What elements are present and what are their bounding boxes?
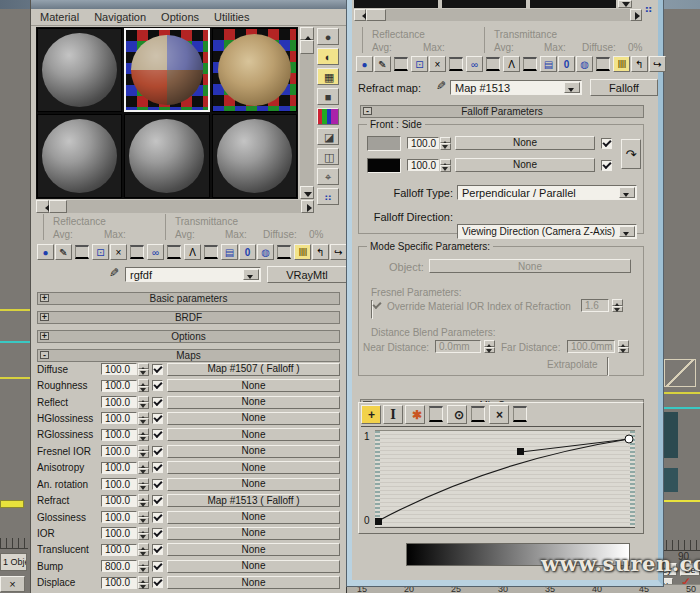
menu-material[interactable]: Material	[40, 9, 79, 25]
map-amount-field[interactable]: 100.0	[101, 412, 137, 424]
map-button[interactable]: None	[167, 560, 340, 573]
video-color-check-icon[interactable]	[317, 108, 339, 125]
map-amount-field[interactable]: 100.0	[101, 363, 137, 375]
menu-navigation[interactable]: Navigation	[94, 9, 146, 25]
amount-spinner[interactable]	[138, 576, 149, 589]
chevron-down-icon[interactable]	[619, 187, 635, 198]
rollout-header[interactable]: + BRDF	[37, 311, 340, 324]
add-point-icon[interactable]: ✱	[405, 405, 425, 424]
amount-spinner[interactable]	[138, 428, 149, 441]
map-enable-checkbox[interactable]	[152, 462, 163, 473]
map-enable-checkbox[interactable]	[152, 495, 163, 506]
map-enable-checkbox[interactable]	[152, 577, 163, 588]
scroll-left-button[interactable]	[354, 9, 366, 21]
map-enable-checkbox[interactable]	[152, 380, 163, 391]
close-button[interactable]: ×	[0, 576, 25, 592]
front-amount-field[interactable]: 100.0	[407, 137, 439, 149]
amount-spinner[interactable]	[138, 445, 149, 458]
swap-colors-button[interactable]: ↷	[621, 139, 641, 169]
front-map-checkbox[interactable]	[601, 138, 612, 149]
map-enable-checkbox[interactable]	[152, 544, 163, 555]
scroll-down-button[interactable]	[300, 186, 314, 199]
front-amount-spinner[interactable]	[440, 137, 451, 150]
slots-hscrollbar[interactable]	[36, 200, 314, 213]
slots-vscrollbar[interactable]	[300, 27, 314, 199]
sample-slot[interactable]	[212, 28, 297, 112]
curve-plot-area[interactable]	[375, 430, 635, 528]
side-amount-field[interactable]: 100.0	[407, 159, 439, 171]
scroll-thumb[interactable]	[300, 40, 314, 54]
map-button[interactable]: Map #1507 ( Falloff )	[167, 363, 340, 376]
map-amount-field[interactable]: 100.0	[101, 544, 137, 556]
rollout-header[interactable]: + Basic parameters	[37, 292, 340, 305]
amount-spinner[interactable]	[138, 494, 149, 507]
material-type-button[interactable]: VRayMtl	[267, 266, 347, 283]
move-point-icon[interactable]: +	[361, 405, 381, 424]
front-color-swatch[interactable]	[367, 136, 401, 151]
scroll-right-button[interactable]	[301, 200, 314, 213]
show-map-in-viewport-icon[interactable]: ◍	[257, 244, 274, 260]
amount-spinner[interactable]	[138, 412, 149, 425]
map-enable-checkbox[interactable]	[152, 413, 163, 424]
side-color-swatch[interactable]	[367, 158, 401, 173]
amount-spinner[interactable]	[138, 560, 149, 573]
map-button[interactable]: None	[167, 412, 340, 425]
sample-slot[interactable]	[37, 114, 122, 198]
assign-material-to-selection-icon[interactable]: ⊡	[92, 244, 109, 260]
material-name-dropdown[interactable]: rgfdf	[125, 267, 261, 282]
rollout-header-falloff-parameters[interactable]: - Falloff Parameters	[360, 105, 644, 118]
map-amount-field[interactable]: 100.0	[101, 511, 137, 523]
sample-slot-selected[interactable]	[124, 28, 209, 112]
map-name-dropdown[interactable]: Map #1513	[450, 80, 582, 95]
rollout-expand-toggle[interactable]: -	[40, 351, 49, 359]
map-amount-field[interactable]: 100.0	[101, 577, 137, 589]
map-button[interactable]: None	[167, 445, 340, 458]
falloff-direction-dropdown[interactable]: Viewing Direction (Camera Z-Axis)	[457, 224, 637, 239]
delete-point-icon[interactable]: ×	[489, 405, 509, 424]
reset-map-icon[interactable]: ×	[429, 56, 446, 72]
slots-hscrollbar[interactable]	[354, 9, 642, 21]
put-material-to-scene-icon[interactable]: ✎	[374, 56, 391, 72]
rollout-expand-toggle[interactable]: +	[40, 313, 49, 321]
map-amount-field[interactable]: 100.0	[101, 445, 137, 457]
map-button[interactable]: None	[167, 379, 340, 392]
map-button[interactable]: Map #1513 ( Falloff )	[167, 494, 340, 507]
scroll-right-button[interactable]	[630, 9, 642, 21]
reset-map-icon[interactable]: ×	[110, 244, 127, 260]
map-amount-field[interactable]: 100.0	[101, 396, 137, 408]
map-amount-field[interactable]: 100.0	[101, 495, 137, 507]
sample-type-icon[interactable]: ●	[317, 28, 339, 45]
scroll-thumb[interactable]	[49, 200, 67, 213]
amount-spinner[interactable]	[138, 543, 149, 556]
side-map-button[interactable]: None	[455, 158, 595, 172]
map-enable-checkbox[interactable]	[152, 429, 163, 440]
map-amount-field[interactable]: 100.0	[101, 429, 137, 441]
map-enable-checkbox[interactable]	[152, 364, 163, 375]
amount-spinner[interactable]	[138, 396, 149, 409]
get-material-icon[interactable]: ●	[356, 56, 373, 72]
sample-uv-tiling-icon[interactable]: ■	[317, 88, 339, 105]
map-button[interactable]: None	[167, 478, 340, 491]
scroll-up-button[interactable]	[300, 27, 314, 40]
go-forward-sibling-icon[interactable]: ↪	[649, 56, 666, 72]
put-to-library-icon[interactable]: ▤	[221, 244, 238, 260]
scale-point-icon[interactable]: I	[383, 405, 403, 424]
menu-options[interactable]: Options	[161, 9, 199, 25]
rollout-expand-toggle[interactable]: +	[40, 332, 49, 340]
sample-slot[interactable]	[124, 114, 209, 198]
side-map-checkbox[interactable]	[601, 160, 612, 171]
side-amount-spinner[interactable]	[440, 159, 451, 172]
scroll-down-button[interactable]	[618, 0, 632, 8]
map-enable-checkbox[interactable]	[152, 397, 163, 408]
scroll-left-button[interactable]	[36, 200, 49, 213]
corner-point-icon[interactable]: ⊙	[447, 405, 467, 424]
background-icon[interactable]: ▦	[317, 68, 339, 85]
map-type-button[interactable]: Falloff	[590, 79, 658, 96]
map-button[interactable]: None	[167, 511, 340, 524]
eyedropper-icon[interactable]: ✎	[436, 79, 446, 93]
front-map-button[interactable]: None	[455, 136, 595, 150]
go-to-parent-icon[interactable]: ↰	[312, 244, 329, 260]
map-amount-field[interactable]: 800.0	[101, 560, 137, 572]
chevron-down-icon[interactable]	[243, 269, 259, 280]
make-material-copy-icon[interactable]: ∞	[147, 244, 164, 260]
